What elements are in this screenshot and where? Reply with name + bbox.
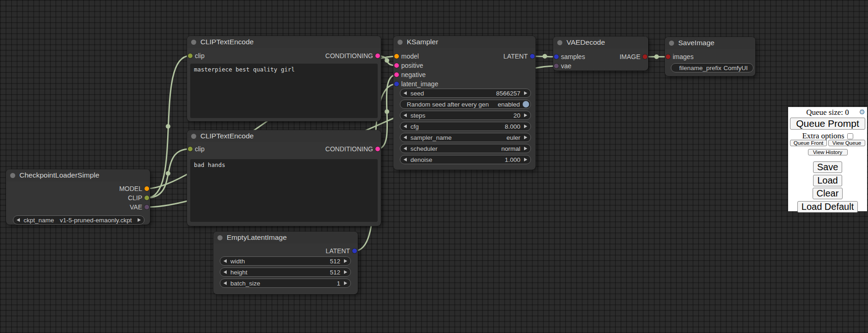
- increment-arrow-icon[interactable]: [524, 158, 527, 161]
- positive-input-dot[interactable]: [394, 63, 399, 68]
- load-button[interactable]: Load: [813, 175, 842, 186]
- queue-size-row: Queue size: 0 ⚙: [788, 108, 867, 116]
- node-ksampler[interactable]: KSampler LATENT model positive negative …: [393, 36, 536, 170]
- node-empty-latent-image[interactable]: EmptyLatentImage LATENT width 512 height…: [213, 232, 358, 294]
- save-button[interactable]: Save: [813, 161, 843, 173]
- decrement-arrow-icon[interactable]: [404, 158, 407, 161]
- input-slot-model: model: [393, 52, 536, 61]
- view-queue-button[interactable]: View Queue: [828, 140, 865, 146]
- samples-input-dot[interactable]: [554, 54, 559, 59]
- height-number-widget[interactable]: height 512: [220, 268, 351, 277]
- node-save-image[interactable]: SaveImage images filename_prefix ComfyUI: [665, 37, 755, 76]
- decrement-arrow-icon[interactable]: [223, 270, 227, 274]
- node-title: CLIPTextEncode: [200, 132, 253, 140]
- gear-icon[interactable]: ⚙: [859, 108, 865, 116]
- link-midpoint-dot[interactable]: [166, 171, 170, 176]
- node-title-bar[interactable]: KSampler: [393, 36, 536, 48]
- queue-front-button[interactable]: Queue Front: [790, 140, 827, 146]
- link-midpoint-dot[interactable]: [166, 124, 170, 129]
- denoise-number-widget[interactable]: denoise 1.000: [400, 155, 531, 164]
- collapse-dot-icon[interactable]: [10, 173, 15, 178]
- toggle-on-icon[interactable]: [523, 101, 529, 107]
- widget-value: 512: [330, 269, 340, 276]
- clip-input-dot[interactable]: [188, 54, 193, 58]
- ckpt-name-combo-widget[interactable]: ckpt_name v1-5-pruned-emaonly.ckpt: [13, 215, 145, 225]
- steps-number-widget[interactable]: steps 20: [400, 111, 531, 120]
- image-output-dot[interactable]: [643, 54, 647, 59]
- prompt-textarea[interactable]: [190, 159, 378, 222]
- comfy-menu-panel[interactable]: Queue size: 0 ⚙ Queue Prompt Extra optio…: [788, 107, 867, 211]
- view-history-button[interactable]: View History: [808, 149, 848, 155]
- cfg-number-widget[interactable]: cfg 8.000: [400, 122, 531, 131]
- decrement-arrow-icon[interactable]: [404, 147, 407, 150]
- images-input-dot[interactable]: [666, 54, 670, 59]
- collapse-dot-icon[interactable]: [217, 235, 223, 240]
- extra-options-checkbox[interactable]: [847, 133, 853, 139]
- increment-arrow-icon[interactable]: [138, 218, 141, 222]
- node-title-bar[interactable]: VAEDecode: [553, 36, 648, 48]
- node-title-bar[interactable]: CLIPTextEncode: [187, 36, 381, 48]
- latent-image-input-dot[interactable]: [394, 82, 399, 86]
- collapse-dot-icon[interactable]: [557, 40, 562, 45]
- increment-arrow-icon[interactable]: [344, 281, 347, 285]
- link-midpoint-dot[interactable]: [385, 58, 389, 63]
- width-number-widget[interactable]: width 512: [220, 256, 351, 266]
- graph-canvas[interactable]: { "colors": { "wire": "#b2c4a0", "slot":…: [0, 0, 868, 333]
- scheduler-combo-widget[interactable]: scheduler normal: [400, 144, 531, 153]
- collapse-dot-icon[interactable]: [191, 40, 196, 45]
- decrement-arrow-icon[interactable]: [404, 136, 407, 139]
- random-seed-toggle-widget[interactable]: Random seed after every gen enabled: [400, 100, 531, 109]
- conditioning-output-dot[interactable]: [375, 54, 380, 58]
- seed-number-widget[interactable]: seed 8566257: [400, 89, 531, 98]
- collapse-dot-icon[interactable]: [191, 134, 196, 139]
- collapse-dot-icon[interactable]: [669, 41, 674, 46]
- increment-arrow-icon[interactable]: [344, 259, 347, 263]
- node-vae-decode[interactable]: VAEDecode samples IMAGE vae: [553, 36, 648, 71]
- decrement-arrow-icon[interactable]: [404, 113, 407, 117]
- model-input-dot[interactable]: [394, 54, 399, 59]
- input-slot-negative: negative: [393, 70, 536, 79]
- widget-label: ckpt_name: [24, 217, 54, 224]
- clip-output-dot[interactable]: [145, 196, 149, 200]
- vae-input-dot[interactable]: [554, 64, 559, 68]
- model-output-dot[interactable]: [145, 186, 149, 191]
- batch-size-number-widget[interactable]: batch_size 1: [220, 279, 351, 288]
- link-midpoint-dot[interactable]: [654, 54, 659, 59]
- latent-output-dot[interactable]: [352, 249, 357, 253]
- decrement-arrow-icon[interactable]: [223, 259, 227, 263]
- decrement-arrow-icon[interactable]: [223, 281, 227, 285]
- decrement-arrow-icon[interactable]: [17, 218, 20, 222]
- clip-input-dot[interactable]: [188, 147, 193, 151]
- increment-arrow-icon[interactable]: [524, 113, 527, 117]
- node-title-bar[interactable]: SaveImage: [665, 37, 755, 49]
- node-checkpoint-loader[interactable]: CheckpointLoaderSimple MODEL CLIP VAE ck…: [6, 169, 150, 225]
- node-title-bar[interactable]: CLIPTextEncode: [187, 130, 381, 142]
- clear-button[interactable]: Clear: [813, 188, 843, 199]
- link-midpoint-dot[interactable]: [385, 109, 389, 114]
- slot-label: IMAGE: [620, 53, 640, 60]
- collapse-dot-icon[interactable]: [398, 40, 403, 45]
- increment-arrow-icon[interactable]: [524, 147, 527, 150]
- widget-label: denoise: [410, 156, 432, 163]
- link-midpoint-dot[interactable]: [542, 54, 547, 59]
- prompt-textarea[interactable]: [190, 64, 378, 118]
- node-title-bar[interactable]: CheckpointLoaderSimple: [6, 169, 150, 181]
- widget-label: filename_prefix: [679, 65, 722, 71]
- decrement-arrow-icon[interactable]: [404, 91, 407, 95]
- sampler-name-combo-widget[interactable]: sampler_name euler: [400, 133, 531, 142]
- negative-input-dot[interactable]: [394, 72, 399, 77]
- load-default-button[interactable]: Load Default: [797, 201, 858, 213]
- widget-label: seed: [410, 90, 424, 97]
- increment-arrow-icon[interactable]: [524, 136, 527, 139]
- decrement-arrow-icon[interactable]: [404, 125, 407, 128]
- increment-arrow-icon[interactable]: [344, 270, 347, 274]
- conditioning-output-dot[interactable]: [375, 147, 380, 151]
- increment-arrow-icon[interactable]: [524, 125, 527, 128]
- node-clip-text-encode-negative[interactable]: CLIPTextEncode clip CONDITIONING: [187, 130, 381, 226]
- increment-arrow-icon[interactable]: [524, 91, 527, 95]
- filename-prefix-text-widget[interactable]: filename_prefix ComfyUI: [671, 63, 753, 72]
- node-clip-text-encode-positive[interactable]: CLIPTextEncode clip CONDITIONING: [187, 36, 381, 121]
- vae-output-dot[interactable]: [145, 205, 149, 209]
- node-title-bar[interactable]: EmptyLatentImage: [213, 232, 358, 244]
- queue-prompt-button[interactable]: Queue Prompt: [790, 118, 865, 130]
